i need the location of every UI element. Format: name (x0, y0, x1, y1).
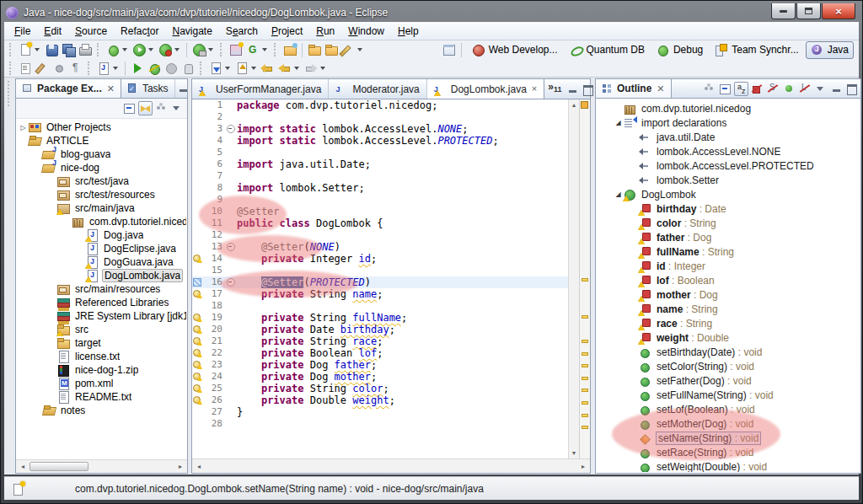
tree-item[interactable]: DogLombok.java (17, 269, 186, 282)
dropdown-arrow-icon[interactable] (174, 48, 180, 51)
outline-item[interactable]: setColor(String) : void (597, 359, 860, 373)
tree-item[interactable]: DogEclipse.java (17, 242, 186, 255)
dropdown-arrow-icon[interactable] (113, 67, 118, 70)
annotation-gutter-cell[interactable] (192, 394, 204, 406)
perspective-team[interactable]: Team Synchr... (710, 41, 803, 59)
annotation-gutter-cell[interactable] (192, 253, 204, 265)
twistie-icon[interactable]: ◢ (614, 190, 623, 198)
code-line[interactable]: 27} (192, 406, 568, 418)
menu-search[interactable]: Search (219, 23, 265, 40)
perspective-web[interactable]: Web Develop... (467, 41, 563, 59)
save-all-icon[interactable] (61, 42, 76, 57)
tree-item[interactable]: src (17, 323, 186, 336)
tab-close-icon[interactable]: × (532, 84, 537, 94)
skip-breakpoints-icon[interactable] (147, 61, 162, 76)
annotation-gutter-cell[interactable] (192, 288, 204, 300)
dropdown-arrow-icon[interactable] (122, 48, 127, 51)
edit-icon[interactable] (35, 61, 50, 76)
outline-item[interactable]: race : String (597, 316, 860, 330)
run-history-icon[interactable] (158, 42, 173, 57)
perspective-quantum[interactable]: Quantum DB (565, 41, 650, 59)
open-perspective-icon[interactable] (442, 42, 457, 57)
external-tools-icon[interactable] (191, 42, 206, 57)
twistie-icon[interactable]: ▷ (19, 124, 28, 131)
code-line[interactable]: 24 private Dog mother; (192, 371, 568, 383)
menu-refactor[interactable]: Refactor (114, 23, 165, 40)
outline-item[interactable]: lof : Boolean (597, 273, 860, 287)
warning-lightbulb-icon[interactable] (193, 349, 201, 357)
dropdown-arrow-icon[interactable] (357, 48, 362, 51)
outline-item[interactable]: mother : Dog (597, 287, 860, 302)
annotation-gutter-cell[interactable] (192, 335, 204, 347)
minimize-button[interactable] (771, 3, 796, 19)
dropdown-arrow-icon[interactable] (320, 67, 325, 70)
minimize-view-icon[interactable] (178, 83, 190, 94)
annotation-icon[interactable] (18, 61, 33, 76)
menu-edit[interactable]: Edit (37, 23, 68, 40)
code-line[interactable]: 8import lombok.Setter; (192, 182, 568, 194)
code-line[interactable]: 23 private Dog father; (192, 359, 568, 371)
view-menu-dots-icon[interactable] (154, 101, 169, 115)
outline-item[interactable]: setWeight(Double) : void (597, 459, 860, 472)
overview-warning-mark[interactable] (582, 377, 588, 380)
code-line[interactable]: 4import static lombok.AccessLevel.PROTEC… (192, 135, 568, 147)
warning-lightbulb-icon[interactable] (193, 255, 201, 262)
new-wizard-icon[interactable] (18, 42, 33, 57)
dropdown-arrow-icon[interactable] (294, 67, 299, 70)
tree-item[interactable]: target (17, 336, 186, 350)
print-icon[interactable] (78, 42, 93, 57)
outline-item[interactable]: setBirthday(Date) : void (597, 345, 860, 359)
menu-project[interactable]: Project (265, 23, 309, 40)
bullet-icon[interactable] (51, 61, 67, 76)
open-folder-icon[interactable] (307, 42, 322, 57)
menu-run[interactable]: Run (309, 23, 341, 40)
annotation-gutter-cell[interactable] (192, 371, 204, 383)
view-menu-chevron-icon[interactable] (170, 101, 185, 115)
overview-warning-mark[interactable] (582, 364, 588, 367)
suspend-icon[interactable] (163, 61, 179, 76)
tree-item[interactable]: Dog.java (17, 228, 186, 242)
overview-warning-mark[interactable] (582, 278, 588, 281)
warning-lightbulb-icon[interactable] (193, 325, 201, 333)
tree-item[interactable]: src/test/resources (17, 188, 186, 201)
package-explorer-hscrollbar[interactable]: ◂ ▸ (16, 459, 187, 473)
drag-icon[interactable] (180, 61, 196, 76)
dropdown-arrow-icon[interactable] (262, 48, 267, 51)
warning-lightbulb-icon[interactable] (193, 373, 201, 380)
outline-item[interactable]: fullName : String (597, 244, 860, 259)
outline-item[interactable]: weight : Double (597, 330, 860, 345)
tree-item[interactable]: Referenced Libraries (17, 296, 186, 309)
tree-item[interactable]: blog-guava (17, 147, 186, 161)
outline-item[interactable]: lombok.AccessLevel.PROTECTED (597, 158, 860, 173)
annotation-gutter-cell[interactable] (192, 383, 204, 394)
outline-item[interactable]: com.dvp.tutoriel.nicedog (597, 101, 860, 115)
previous-annotation-icon[interactable] (234, 61, 249, 76)
code-line[interactable]: 14 private Integer id; (192, 253, 568, 265)
code-line[interactable]: 3import static lombok.AccessLevel.NONE; (192, 123, 568, 135)
overview-warning-mark[interactable] (582, 414, 588, 417)
new-class-icon[interactable] (245, 42, 260, 57)
show-whitespace-icon[interactable] (68, 61, 83, 76)
resume-icon[interactable] (130, 61, 145, 76)
outline-item[interactable]: id : Integer (597, 259, 860, 273)
trim-grip[interactable] (8, 81, 12, 106)
package-explorer-close-icon[interactable]: ✕ (107, 84, 115, 94)
editor-hscrollbar[interactable]: ◂ ▸ (192, 458, 590, 473)
code-line[interactable]: 7 (192, 170, 568, 182)
scroll-left-icon[interactable]: ◂ (192, 463, 206, 470)
fold-marker-icon[interactable] (226, 241, 237, 253)
overview-warning-mark[interactable] (582, 340, 588, 343)
overview-warning-mark[interactable] (582, 389, 588, 392)
editor-tab-userformmanager-java[interactable]: UserFormManager.java (192, 79, 329, 99)
hide-fields-icon[interactable] (750, 82, 764, 96)
tree-item[interactable]: README.txt (17, 390, 186, 404)
minimize-view-icon[interactable] (831, 83, 843, 94)
outline-close-icon[interactable]: ✕ (657, 84, 664, 94)
code-line[interactable]: 11public class DogLombok { (192, 217, 568, 229)
debug-icon[interactable] (105, 42, 121, 57)
overview-ruler[interactable] (579, 99, 590, 458)
warning-lightbulb-icon[interactable] (193, 384, 201, 392)
code-line[interactable]: 15 (192, 265, 568, 276)
tree-item[interactable]: src/main/resources (17, 282, 186, 296)
scroll-left-icon[interactable]: ◂ (16, 463, 29, 470)
